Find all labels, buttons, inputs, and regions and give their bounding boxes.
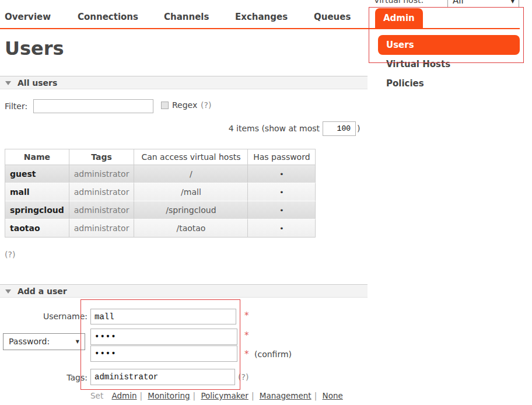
tag-preset-admin[interactable]: Admin: [111, 391, 136, 400]
has-password-dot: •: [248, 183, 316, 201]
tags-label: Tags:: [47, 373, 88, 382]
required-asterisk: *: [244, 310, 249, 321]
set-label: Set: [90, 391, 103, 400]
table-row: taotao administrator /taotao •: [5, 219, 316, 238]
column-header-vhosts: Can access virtual hosts: [134, 149, 248, 165]
items-count-text: 4 items (show at most: [163, 124, 320, 133]
user-vhosts: /springcloud: [134, 201, 248, 219]
rabbitmq-users-page: Overview Connections Channels Exchanges …: [0, 0, 532, 405]
user-vhosts: /mall: [134, 183, 248, 201]
filter-input[interactable]: [33, 99, 153, 113]
password-input[interactable]: [90, 329, 237, 345]
password-type-value: Password:: [9, 337, 50, 346]
table-header-row: Name Tags Can access virtual hosts Has p…: [5, 149, 316, 165]
user-name-link[interactable]: mall: [5, 183, 69, 201]
section-header-all-users[interactable]: All users: [0, 76, 368, 89]
username-input[interactable]: [90, 309, 236, 324]
tag-preset-policymaker[interactable]: Policymaker: [201, 391, 248, 400]
section-title: All users: [18, 78, 57, 88]
nav-tab-exchanges[interactable]: Exchanges: [235, 12, 288, 22]
virtual-host-value: All: [453, 0, 464, 6]
nav-underline: [0, 28, 520, 29]
nav-tab-connections[interactable]: Connections: [78, 12, 138, 22]
sidebar-item-virtual-hosts[interactable]: Virtual Hosts: [386, 59, 450, 69]
column-header-has-password: Has password: [248, 149, 316, 165]
user-name-link[interactable]: springcloud: [5, 201, 69, 219]
tag-preset-none[interactable]: None: [323, 391, 343, 400]
set-tags-row: Set Admin| Monitoring| Policymaker| Mana…: [90, 391, 343, 400]
nav-tab-queues[interactable]: Queues: [314, 12, 351, 22]
filter-label: Filter:: [5, 102, 27, 111]
has-password-dot: •: [248, 201, 316, 219]
tag-preset-management[interactable]: Management: [260, 391, 312, 400]
regex-checkbox[interactable]: [161, 102, 169, 109]
user-vhosts: /taotao: [134, 219, 248, 238]
user-tags: administrator: [69, 165, 135, 183]
collapse-triangle-icon[interactable]: [5, 289, 11, 294]
separator: |: [251, 391, 254, 400]
separator: |: [314, 391, 317, 400]
separator: |: [140, 391, 143, 400]
table-help-link[interactable]: (?): [5, 250, 15, 259]
virtual-host-select[interactable]: All ▼: [447, 0, 519, 8]
table-row: springcloud administrator /springcloud •: [5, 201, 316, 219]
user-tags: administrator: [69, 219, 135, 238]
username-label: Username:: [23, 312, 88, 321]
virtual-host-label: Virtual host:: [374, 0, 424, 5]
required-asterisk: *: [244, 330, 249, 341]
has-password-dot: •: [248, 219, 316, 238]
items-count-suffix: ): [357, 124, 360, 133]
user-name-link[interactable]: taotao: [5, 219, 69, 238]
show-at-most-input[interactable]: [323, 121, 356, 136]
table-row: mall administrator /mall •: [5, 183, 316, 201]
tags-help-link[interactable]: (?): [238, 372, 249, 382]
nav-tab-channels[interactable]: Channels: [164, 12, 209, 22]
password-type-select[interactable]: Password: ▼: [3, 333, 85, 350]
user-vhosts: /: [134, 165, 248, 183]
tag-preset-monitoring[interactable]: Monitoring: [148, 391, 190, 400]
separator: |: [193, 391, 196, 400]
section-header-add-user[interactable]: Add a user: [0, 284, 368, 298]
collapse-triangle-icon[interactable]: [5, 81, 11, 85]
has-password-dot: •: [248, 165, 316, 183]
sidebar-item-policies[interactable]: Policies: [386, 78, 424, 89]
confirm-note: (confirm): [254, 350, 292, 359]
dropdown-arrow-icon: ▼: [511, 0, 514, 4]
dropdown-arrow-icon: ▼: [76, 339, 79, 344]
required-asterisk: *: [244, 349, 249, 359]
user-name-link[interactable]: guest: [5, 165, 69, 183]
users-table: Name Tags Can access virtual hosts Has p…: [5, 149, 316, 238]
table-row: guest administrator / •: [5, 165, 316, 183]
tags-input[interactable]: [90, 369, 235, 385]
page-title: Users: [5, 37, 64, 60]
user-tags: administrator: [69, 183, 135, 201]
regex-label: Regex: [172, 100, 197, 110]
nav-tab-admin-active[interactable]: Admin: [375, 8, 423, 28]
password-confirm-input[interactable]: [90, 345, 237, 362]
nav-tab-overview[interactable]: Overview: [5, 12, 51, 22]
column-header-tags[interactable]: Tags: [69, 149, 135, 165]
user-tags: administrator: [69, 201, 135, 219]
sidebar-item-users-active[interactable]: Users: [378, 35, 520, 55]
column-header-name[interactable]: Name: [5, 149, 69, 165]
regex-help-link[interactable]: (?): [201, 100, 211, 110]
section-title: Add a user: [18, 287, 67, 296]
